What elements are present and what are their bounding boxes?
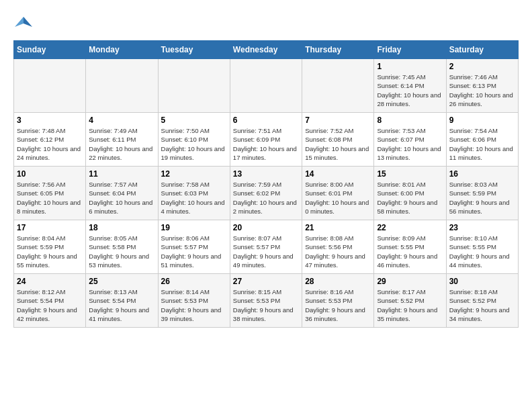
sunset-text: Sunset: 6:13 PM	[449, 81, 515, 90]
calendar-day-cell	[86, 59, 158, 113]
calendar-day-cell: 12 Sunrise: 7:58 AM Sunset: 6:03 PM Dayl…	[158, 167, 230, 220]
sunset-text: Sunset: 5:57 PM	[233, 242, 299, 251]
day-info: Sunrise: 8:13 AM Sunset: 5:54 PM Dayligh…	[89, 287, 154, 323]
daylight-text: Daylight: 9 hours and 41 minutes.	[89, 306, 154, 324]
day-info: Sunrise: 8:16 AM Sunset: 5:53 PM Dayligh…	[305, 287, 371, 323]
sunset-text: Sunset: 6:07 PM	[377, 135, 443, 144]
day-info: Sunrise: 7:57 AM Sunset: 6:04 PM Dayligh…	[89, 180, 154, 216]
day-number: 28	[305, 277, 371, 286]
day-number: 4	[89, 116, 154, 125]
daylight-text: Daylight: 9 hours and 58 minutes.	[377, 198, 443, 216]
sunset-text: Sunset: 6:06 PM	[449, 135, 515, 144]
sunrise-text: Sunrise: 8:18 AM	[449, 287, 515, 296]
sunset-text: Sunset: 5:59 PM	[17, 242, 83, 251]
day-info: Sunrise: 7:58 AM Sunset: 6:03 PM Dayligh…	[161, 180, 227, 216]
calendar-day-cell: 5 Sunrise: 7:50 AM Sunset: 6:10 PM Dayli…	[158, 113, 230, 167]
sunrise-text: Sunrise: 7:45 AM	[377, 73, 443, 81]
calendar-day-cell: 10 Sunrise: 7:56 AM Sunset: 6:05 PM Dayl…	[14, 167, 86, 220]
sunset-text: Sunset: 5:56 PM	[305, 242, 371, 251]
sunrise-text: Sunrise: 7:49 AM	[89, 126, 154, 135]
day-info: Sunrise: 7:48 AM Sunset: 6:12 PM Dayligh…	[17, 126, 83, 162]
daylight-text: Daylight: 10 hours and 26 minutes.	[449, 91, 515, 109]
daylight-text: Daylight: 9 hours and 56 minutes.	[449, 198, 515, 216]
logo	[13, 13, 36, 34]
day-info: Sunrise: 8:00 AM Sunset: 6:01 PM Dayligh…	[305, 180, 371, 216]
sunset-text: Sunset: 6:11 PM	[89, 135, 154, 144]
sunrise-text: Sunrise: 7:48 AM	[17, 126, 83, 135]
sunset-text: Sunset: 5:54 PM	[89, 296, 154, 305]
day-info: Sunrise: 7:54 AM Sunset: 6:06 PM Dayligh…	[449, 126, 515, 162]
sunrise-text: Sunrise: 7:50 AM	[161, 126, 227, 135]
daylight-text: Daylight: 9 hours and 42 minutes.	[17, 306, 83, 324]
sunrise-text: Sunrise: 8:12 AM	[17, 287, 83, 296]
header-day: Wednesday	[230, 41, 302, 59]
calendar-day-cell: 15 Sunrise: 8:01 AM Sunset: 6:00 PM Dayl…	[374, 167, 446, 220]
daylight-text: Daylight: 10 hours and 19 minutes.	[161, 144, 227, 163]
day-info: Sunrise: 7:49 AM Sunset: 6:11 PM Dayligh…	[89, 126, 154, 162]
sunset-text: Sunset: 6:04 PM	[89, 189, 154, 197]
day-number: 10	[17, 169, 83, 179]
sunrise-text: Sunrise: 7:57 AM	[89, 180, 154, 189]
sunrise-text: Sunrise: 8:06 AM	[161, 234, 227, 242]
day-number: 23	[449, 223, 515, 232]
sunset-text: Sunset: 5:53 PM	[161, 296, 227, 305]
header-day: Friday	[374, 41, 446, 59]
calendar-day-cell: 29 Sunrise: 8:17 AM Sunset: 5:52 PM Dayl…	[374, 274, 446, 328]
daylight-text: Daylight: 9 hours and 49 minutes.	[233, 252, 299, 270]
sunset-text: Sunset: 6:09 PM	[233, 135, 299, 144]
header-day: Monday	[86, 41, 158, 59]
daylight-text: Daylight: 9 hours and 38 minutes.	[233, 306, 299, 324]
sunset-text: Sunset: 6:00 PM	[377, 189, 443, 197]
day-info: Sunrise: 8:15 AM Sunset: 5:53 PM Dayligh…	[233, 287, 299, 323]
sunset-text: Sunset: 5:53 PM	[305, 296, 371, 305]
calendar-day-cell: 6 Sunrise: 7:51 AM Sunset: 6:09 PM Dayli…	[230, 113, 302, 167]
day-number: 9	[449, 116, 515, 125]
day-number: 29	[377, 277, 443, 286]
sunset-text: Sunset: 6:08 PM	[305, 135, 371, 144]
logo-icon	[13, 13, 34, 34]
daylight-text: Daylight: 10 hours and 8 minutes.	[17, 198, 83, 216]
day-number: 27	[233, 277, 299, 286]
sunset-text: Sunset: 6:10 PM	[161, 135, 227, 144]
day-number: 5	[161, 116, 227, 125]
daylight-text: Daylight: 10 hours and 6 minutes.	[89, 198, 154, 216]
header-day: Tuesday	[158, 41, 230, 59]
day-info: Sunrise: 8:04 AM Sunset: 5:59 PM Dayligh…	[17, 234, 83, 269]
day-info: Sunrise: 7:50 AM Sunset: 6:10 PM Dayligh…	[161, 126, 227, 162]
daylight-text: Daylight: 9 hours and 39 minutes.	[161, 306, 227, 324]
daylight-text: Daylight: 9 hours and 47 minutes.	[305, 252, 371, 270]
calendar-day-cell: 9 Sunrise: 7:54 AM Sunset: 6:06 PM Dayli…	[446, 113, 518, 167]
sunrise-text: Sunrise: 8:05 AM	[89, 234, 154, 242]
calendar-day-cell: 25 Sunrise: 8:13 AM Sunset: 5:54 PM Dayl…	[86, 274, 158, 328]
header	[13, 13, 519, 34]
calendar-day-cell: 7 Sunrise: 7:52 AM Sunset: 6:08 PM Dayli…	[302, 113, 374, 167]
daylight-text: Daylight: 10 hours and 2 minutes.	[233, 198, 299, 216]
day-info: Sunrise: 7:59 AM Sunset: 6:02 PM Dayligh…	[233, 180, 299, 216]
day-number: 20	[233, 223, 299, 232]
calendar-day-cell: 24 Sunrise: 8:12 AM Sunset: 5:54 PM Dayl…	[14, 274, 86, 328]
sunrise-text: Sunrise: 8:08 AM	[305, 234, 371, 242]
calendar-week-row: 10 Sunrise: 7:56 AM Sunset: 6:05 PM Dayl…	[14, 167, 519, 220]
sunset-text: Sunset: 5:54 PM	[17, 296, 83, 305]
day-number: 1	[377, 62, 443, 71]
day-info: Sunrise: 8:08 AM Sunset: 5:56 PM Dayligh…	[305, 234, 371, 269]
sunset-text: Sunset: 6:12 PM	[17, 135, 83, 144]
calendar-day-cell: 2 Sunrise: 7:46 AM Sunset: 6:13 PM Dayli…	[446, 59, 518, 113]
day-info: Sunrise: 8:03 AM Sunset: 5:59 PM Dayligh…	[449, 180, 515, 216]
calendar-day-cell: 8 Sunrise: 7:53 AM Sunset: 6:07 PM Dayli…	[374, 113, 446, 167]
sunrise-text: Sunrise: 8:07 AM	[233, 234, 299, 242]
svg-marker-1	[15, 17, 24, 27]
calendar-day-cell: 20 Sunrise: 8:07 AM Sunset: 5:57 PM Dayl…	[230, 220, 302, 274]
day-number: 25	[89, 277, 154, 286]
day-info: Sunrise: 8:01 AM Sunset: 6:00 PM Dayligh…	[377, 180, 443, 216]
day-info: Sunrise: 8:09 AM Sunset: 5:55 PM Dayligh…	[377, 234, 443, 269]
header-day: Saturday	[446, 41, 518, 59]
calendar-day-cell: 17 Sunrise: 8:04 AM Sunset: 5:59 PM Dayl…	[14, 220, 86, 274]
sunset-text: Sunset: 6:05 PM	[17, 189, 83, 197]
sunrise-text: Sunrise: 8:03 AM	[449, 180, 515, 189]
day-info: Sunrise: 8:18 AM Sunset: 5:52 PM Dayligh…	[449, 287, 515, 323]
day-number: 11	[89, 169, 154, 179]
sunrise-text: Sunrise: 8:01 AM	[377, 180, 443, 189]
day-info: Sunrise: 8:17 AM Sunset: 5:52 PM Dayligh…	[377, 287, 443, 323]
sunrise-text: Sunrise: 8:15 AM	[233, 287, 299, 296]
